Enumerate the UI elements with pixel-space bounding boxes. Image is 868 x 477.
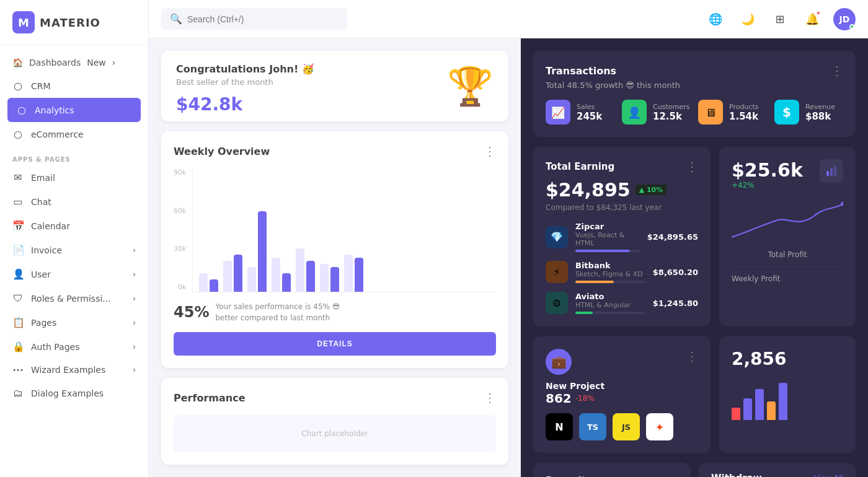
view-all-link[interactable]: View All	[814, 474, 843, 477]
zipcar-value: $24,895.65	[647, 232, 698, 242]
mini-bar-4	[767, 401, 776, 420]
bar-purple	[210, 279, 218, 292]
translate-icon[interactable]: 🌐	[704, 8, 727, 30]
sidebar-item-dialog[interactable]: 🗂 Dialog Examples	[0, 381, 148, 405]
weekly-title: Weekly Overview	[174, 146, 270, 157]
typescript-logo: TS	[579, 413, 606, 440]
sidebar-item-wizard[interactable]: ••• Wizard Examples ›	[0, 359, 148, 381]
grid-icon[interactable]: ⊞	[769, 8, 791, 30]
profit-growth: +42%	[732, 181, 803, 190]
bar-blue	[223, 261, 232, 292]
sidebar-item-auth[interactable]: 🔒 Auth Pages ›	[0, 335, 148, 359]
shield-icon: 🛡	[12, 292, 24, 304]
details-button[interactable]: DETAILS	[174, 332, 496, 356]
total-profit-label: Total Profit	[732, 250, 843, 259]
dialog-label: Dialog Examples	[31, 388, 104, 398]
user-icon: 👤	[12, 268, 24, 280]
mini-bar-5	[779, 383, 787, 420]
bar-blue	[199, 273, 208, 292]
bar-chart: 90k 60k 30k 0k	[174, 168, 496, 292]
email-label: Email	[31, 173, 55, 183]
bar-group-3	[247, 211, 267, 292]
sidebar-item-dashboards[interactable]: 🏠 Dashboards New ›	[0, 51, 148, 74]
crm-label: CRM	[31, 81, 51, 91]
new-project-card: 💼 ⋮ New Project 862 -18% N TS JS ✦	[533, 336, 711, 453]
revenue-icon: $	[774, 100, 799, 125]
circle-icon: ○	[12, 80, 24, 92]
brightness-icon[interactable]: 🌙	[737, 8, 759, 30]
sidebar: M MATERIO 🏠 Dashboards New › ○ CRM ○ Ana…	[0, 0, 149, 477]
revenue-value: $88k	[805, 111, 835, 122]
svg-rect-0	[826, 171, 829, 176]
y-label-90k: 90k	[174, 168, 186, 177]
customers-value: 12.5k	[653, 111, 689, 122]
project-more-button[interactable]: ⋮	[686, 349, 698, 364]
analytics-label: Analytics	[35, 105, 74, 115]
chat-icon: ▭	[12, 196, 24, 208]
sales-label: Sales	[577, 103, 602, 111]
sidebar-item-roles[interactable]: 🛡 Roles & Permissi... ›	[0, 286, 148, 310]
bitbank-value: $8,650.20	[653, 268, 698, 277]
chevron-icon: ›	[133, 365, 136, 374]
sidebar-item-ecommerce[interactable]: ○ eCommerce	[0, 122, 148, 146]
earning-title: Total Earning	[546, 161, 614, 172]
earning-row-wrapper: Total Earning ⋮ $24,895 ▲ 10% Compared t…	[533, 147, 856, 326]
sidebar-item-crm[interactable]: ○ CRM	[0, 74, 148, 98]
panel-right: Transactions ⋮ Total 48.5% growth 😎 this…	[521, 38, 868, 477]
zipcar-logo: 💎	[546, 226, 568, 248]
bitbank-tech: Sketch, Figma & XD	[575, 270, 645, 278]
bell-icon[interactable]: 🔔	[801, 8, 823, 30]
javascript-logo: JS	[613, 413, 640, 440]
sidebar-item-pages[interactable]: 📋 Pages ›	[0, 310, 148, 335]
earning-more-button[interactable]: ⋮	[686, 159, 698, 174]
logo-letter: M	[18, 16, 29, 29]
aviato-tech: HTML & Angular	[575, 301, 645, 309]
search-input[interactable]	[187, 14, 339, 24]
y-label-60k: 60k	[174, 207, 186, 215]
bar-blue	[272, 258, 280, 292]
sidebar-item-calendar[interactable]: 📅 Calendar	[0, 214, 148, 238]
total-profit-card: $25.6k +42%	[719, 147, 856, 326]
mini-bar-chart	[732, 377, 843, 420]
bar-group-7	[344, 255, 363, 292]
bar-group-4	[272, 258, 291, 292]
weekly-overview-card: Weekly Overview ⋮ 90k 60k 30k 0k	[161, 131, 508, 368]
withdraw-card: Withdraw View All	[699, 463, 856, 477]
project-row-wrapper: 💼 ⋮ New Project 862 -18% N TS JS ✦	[533, 336, 856, 453]
sidebar-item-invoice[interactable]: 📄 Invoice ›	[0, 238, 148, 262]
sidebar-item-user[interactable]: 👤 User ›	[0, 262, 148, 286]
section-title-apps: APPS & PAGES	[0, 146, 148, 165]
profit-amount: $25.6k	[732, 159, 803, 181]
sidebar-navigation: 🏠 Dashboards New › ○ CRM ○ Analytics ○ e…	[0, 45, 148, 477]
svg-rect-2	[834, 166, 836, 176]
search-box[interactable]: 🔍	[161, 8, 347, 30]
performance-chart-placeholder: Chart placeholder	[174, 415, 496, 452]
sales-value: 245k	[577, 111, 602, 122]
transactions-more-button[interactable]: ⋮	[831, 63, 843, 78]
aviato-progress-wrap	[575, 312, 645, 314]
products-icon: 🖥	[698, 100, 723, 125]
weekly-card-header: Weekly Overview ⋮	[174, 144, 496, 159]
zipcar-info: Zipcar Vuejs, React & HTML	[575, 222, 640, 252]
app-name: MATERIO	[40, 16, 100, 29]
sidebar-item-chat[interactable]: ▭ Chat	[0, 190, 148, 214]
sidebar-item-analytics[interactable]: ○ Analytics	[7, 98, 141, 122]
performance-title: Performance	[174, 392, 246, 404]
deposit-withdraw-wrapper: Deposit Withdraw View All	[533, 463, 856, 477]
online-indicator	[849, 24, 855, 30]
bitbank-name: Bitbank	[575, 261, 645, 270]
avatar[interactable]: JD	[833, 8, 856, 30]
performance-more-button[interactable]: ⋮	[484, 390, 496, 405]
project-growth: -18%	[575, 394, 595, 403]
zipcar-progress-wrap	[575, 250, 640, 252]
weekly-more-button[interactable]: ⋮	[484, 144, 496, 159]
sidebar-logo: M MATERIO	[0, 0, 148, 45]
bar-purple	[258, 211, 267, 292]
transaction-item-customers: 👤 Customers 12.5k	[622, 100, 691, 125]
bar-group-1	[199, 273, 218, 292]
bar-purple	[355, 258, 363, 292]
bar-purple	[306, 261, 315, 292]
weekly-profit-section: Weekly Profit	[732, 266, 843, 283]
sidebar-item-email[interactable]: ✉ Email	[0, 165, 148, 190]
withdraw-title: Withdraw	[711, 473, 762, 477]
